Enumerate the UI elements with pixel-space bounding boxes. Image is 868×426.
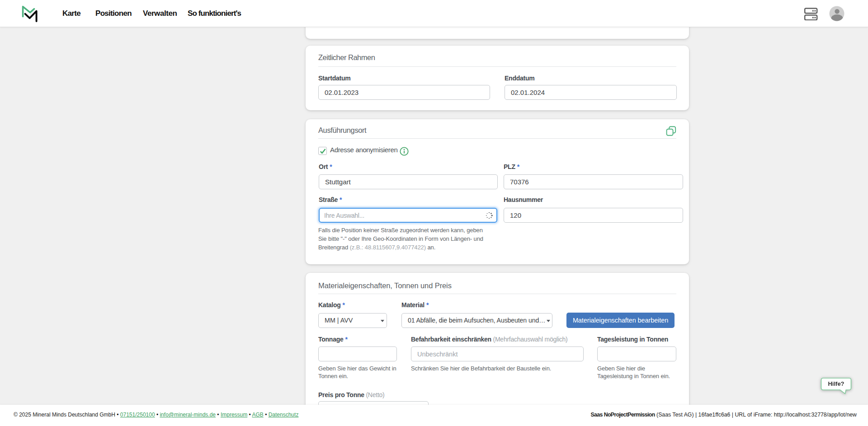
svg-text:Hilfe?: Hilfe? [828,380,844,387]
